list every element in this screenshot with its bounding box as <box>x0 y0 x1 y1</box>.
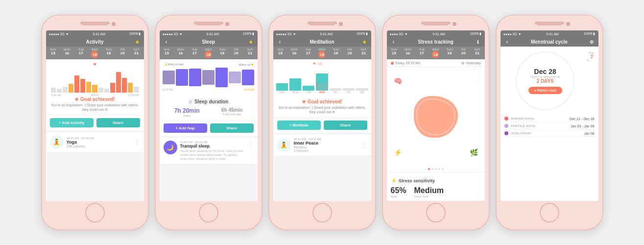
med-col-wed: WED <box>316 74 328 94</box>
pager-dot-4[interactable] <box>438 168 440 170</box>
yesterday-dot <box>461 62 464 65</box>
back-icon-stress[interactable]: ‹ <box>390 39 398 45</box>
today-dot <box>391 62 394 65</box>
today-num: 7h 20min <box>174 107 200 114</box>
cal-thu-m: THU19 <box>331 48 341 58</box>
cal-wed-s-active[interactable]: WED18 <box>203 48 214 58</box>
pager-dot-5[interactable] <box>442 168 444 170</box>
brain-icon: 🧠 <box>394 77 402 85</box>
dots-menu-sleep[interactable]: ⋮ <box>248 141 254 147</box>
ovulation-dot <box>504 131 508 135</box>
camera-sleep <box>225 22 229 26</box>
ovulation-value: Jan 08 <box>584 132 594 135</box>
camera-activity <box>112 22 116 26</box>
bar-14 <box>128 83 133 93</box>
cal-wed-m-active[interactable]: WED18 <box>316 48 327 58</box>
dots-menu-med[interactable]: ⋮ <box>361 142 367 148</box>
stress-content: Today, 09:33 AM Yesterday 🧠 ♡ ⚡ 🌿 <box>387 59 485 201</box>
phone-activity: ●●●●● 3G ▼ 9:41 AM 100% ▮ Activity ★ SUN… <box>41 15 149 230</box>
goal-section: ★ Goal achieved! You're an inspiration! … <box>46 94 144 115</box>
sleep-item-icon: 🌙 <box>164 141 177 154</box>
fertile-days: 2 DAYS <box>537 78 554 84</box>
speaker-activity <box>83 23 107 25</box>
cal-wed-active[interactable]: WED18 <box>89 48 100 58</box>
med-item-info: 09:30 AM - 10:00 AM Inner Peace Restless… <box>294 138 358 152</box>
bar-11 <box>110 83 115 93</box>
add-activity-button[interactable]: + Add Activity <box>50 118 94 127</box>
share-button-activity[interactable]: Share <box>96 118 140 127</box>
today-label: today <box>174 114 200 117</box>
bar-4 <box>69 84 73 93</box>
sleep-bar-2 <box>176 69 188 86</box>
camera-mens <box>566 22 570 26</box>
cal-tue-m: TUE17 <box>303 48 313 58</box>
heart-icon: ♡ <box>472 77 478 85</box>
legend-period: PERIOD DAYS: Dec 21 - Dec 28 <box>504 115 595 122</box>
cal-sat-m: SAT21 <box>358 48 369 58</box>
share-button-sleep[interactable]: Share <box>210 123 254 133</box>
cycle-date: Dec 28 <box>534 68 556 75</box>
sleep-time-labels: 11:20 PM 06:40 AM <box>163 88 255 91</box>
speaker-mens <box>537 23 562 25</box>
back-icon-mens[interactable]: ‹ <box>503 39 511 45</box>
mens-main: Dec 28 FERTILE WINDOW IN 2 DAYS ● Period… <box>501 47 598 115</box>
wake-up: Wake-up ● <box>239 62 253 67</box>
sleep-title: Sleep <box>170 39 247 45</box>
back-icon-med[interactable]: ‹ <box>276 39 284 45</box>
meditation-title: Meditation <box>284 39 360 45</box>
med-col-tue: TUE <box>303 86 314 94</box>
activity-header: Activity ★ <box>46 37 144 47</box>
screen-meditation: ●●●●● 3G ▼ 9:41 AM 100% ▮ ‹ Meditation ★… <box>273 30 371 201</box>
star-icon-sleep: ★ <box>247 40 255 45</box>
meditate-button[interactable]: + Meditate <box>277 121 321 130</box>
status-time: 9:41 AM <box>93 32 105 36</box>
fertile-value: Jan 03 - Jan 09 <box>571 124 594 128</box>
pager-dot-3[interactable] <box>435 168 437 170</box>
activity-info: 08:30 AM - 09:00 AM Yoga 238 calories <box>67 137 131 148</box>
cal-mon-s: MON16 <box>175 48 186 58</box>
bar-13 <box>122 78 127 93</box>
yesterday-label: Yesterday <box>466 61 481 65</box>
action-buttons-activity: + Add Activity Share <box>46 115 144 130</box>
dots-menu[interactable]: ⋮ <box>134 139 140 146</box>
add-nap-button[interactable]: + Add Nap <box>164 123 207 133</box>
stress-header: ‹ Stress tracking ℹ <box>387 37 485 47</box>
med-item-status: Restless 2 minutes <box>294 146 358 152</box>
back-icon[interactable]: ‹ <box>163 39 170 45</box>
period-value: Dec 21 - Dec 28 <box>570 117 595 121</box>
gear-icon-mens[interactable]: ⚙ <box>588 40 596 45</box>
sleep-stats: 7h 20min today 6h 45min 5 day average <box>164 107 254 117</box>
period-label: PERIOD DAYS: <box>511 117 535 120</box>
activity-title: Activity <box>57 39 133 45</box>
level-num: Medium <box>414 186 444 195</box>
went-to-bed: 🌙 Went to bed <box>164 62 184 67</box>
cycle-section: Dec 28 FERTILE WINDOW IN 2 DAYS ● Period… <box>504 49 586 112</box>
share-button-med[interactable]: Share <box>324 121 367 130</box>
meditation-header: ‹ Meditation ★ <box>273 37 371 47</box>
med-col-sun: SUN <box>276 83 288 94</box>
day-num: 7 <box>590 54 593 60</box>
activity-chart: ★ <box>46 59 144 94</box>
level-label: stress level <box>414 195 444 198</box>
action-buttons-sleep: + Add Nap Share <box>160 121 258 136</box>
phone-menstrual: ●●●● 3G ▼ 9:41 AM 100% ▮ ‹ Menstrual cyc… <box>496 15 603 230</box>
cal-thu-s: THU19 <box>217 48 228 58</box>
status-bar-sleep: ●●●●● 3G ▼ 9:41 AM 100% ▮ <box>160 30 258 37</box>
speaker-stress <box>424 23 448 25</box>
cal-fri-s: FRI20 <box>231 48 241 58</box>
pager-dot-1[interactable] <box>428 168 430 170</box>
pager-dot-2[interactable] <box>431 168 433 170</box>
med-bars: SUN MON TUE <box>276 69 368 94</box>
phone-sleep: ●●●●● 3G ▼ 9:41 AM 100% ▮ ‹ Sleep ★ SUN1… <box>155 15 262 230</box>
camera-stress <box>453 22 456 26</box>
cal-fri-m: FRI20 <box>344 48 355 58</box>
cal-tue: TUE17 <box>75 48 86 58</box>
period-start-button[interactable]: ● Period start <box>528 87 562 94</box>
cal-sun-s: SUN15 <box>162 48 172 58</box>
cycle-circle: Dec 28 FERTILE WINDOW IN 2 DAYS ● Period… <box>516 51 574 110</box>
bar-chart <box>49 68 141 93</box>
sleep-bar-3 <box>189 69 201 86</box>
activity-content: ★ <box>46 59 144 201</box>
percent-stat: 65% today <box>391 186 406 198</box>
cal-sun-m: SUN15 <box>275 48 286 58</box>
